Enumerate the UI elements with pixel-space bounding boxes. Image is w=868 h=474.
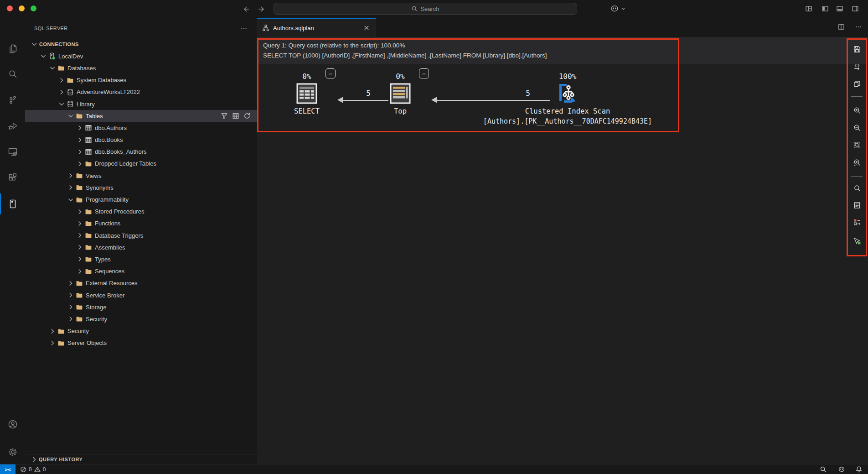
tree-item-system-databases[interactable]: System Databases [25,74,257,86]
tree-item-dbo-books[interactable]: dbo.Books [25,134,257,146]
nav-forward-button[interactable] [257,5,265,13]
account-icon [7,419,18,430]
customize-layout-button[interactable] [805,5,812,12]
notifications-button[interactable] [855,466,863,474]
warnings-count: 0 [43,466,46,473]
tree-item-adventureworkslt2022[interactable]: AdventureWorksLT2022 [25,86,257,98]
tree-item-assemblies[interactable]: Assemblies [25,241,257,253]
new-table-button[interactable] [232,112,239,120]
activity-run-debug-button[interactable] [0,120,25,132]
open-query-button[interactable] [847,61,867,73]
properties-button[interactable] [847,199,867,211]
zoom-window-button[interactable] [31,5,36,11]
tree-item-database-triggers[interactable]: Database Triggers [25,229,257,241]
split-editor-button[interactable] [837,23,845,31]
activity-sql-server-button[interactable] [0,198,25,210]
tree-item-functions[interactable]: Functions [25,218,257,229]
find-node-button[interactable] [847,182,867,194]
highlight-expens-button[interactable] [847,216,867,228]
zoom-out-button[interactable] [847,122,867,134]
tree-item-sequences[interactable]: Sequences [25,266,257,277]
tree-item-localdev[interactable]: LocalDev [25,50,257,62]
problems-status[interactable]: 0 0 [20,464,46,474]
sidebar-title: SQL SERVER [34,26,68,31]
activity-explorer-button[interactable] [0,42,25,55]
tree-item-dropped-ledger-tables[interactable]: Dropped Ledger Tables [25,158,257,170]
tree-item-label: Programmability [86,196,129,203]
tree-item-library[interactable]: Library [25,98,257,110]
tree-item-label: Security [86,316,107,323]
tree-item-dbo-books-authors[interactable]: dbo.Books_Authors [25,146,257,158]
tree-item-service-broker[interactable]: Service Broker [25,289,257,301]
more-icon [855,23,862,31]
tree-item-server-objects[interactable]: Server Objects [25,337,257,349]
save-button[interactable] [847,43,867,55]
open-plan-button[interactable] [847,78,867,90]
section-connections[interactable]: CONNECTIONS [25,38,257,50]
zoom-to-fit-button[interactable] [847,139,867,151]
tree-item-stored-procedures[interactable]: Stored Procedures [25,206,257,218]
filter-button[interactable] [221,112,228,120]
tree-item-types[interactable]: Types [25,253,257,265]
custom-zoom-button[interactable] [847,156,867,168]
chevron-right-icon [49,339,56,347]
zoom-in-button[interactable] [847,104,867,116]
activity-remote-explorer-button[interactable] [0,146,25,158]
chevron-right-icon [76,148,83,156]
tree-item-dbo-authors[interactable]: dbo.Authors [25,122,257,134]
chevron-right-icon [76,136,83,144]
chevron-down-icon [49,64,56,72]
sqlplan-icon [262,24,269,31]
close-window-button[interactable] [7,5,13,11]
query-history-section[interactable]: QUERY HISTORY [25,454,262,464]
toggle-panel-button[interactable] [836,5,843,12]
search-input[interactable]: Search [274,3,577,15]
folder-icon [67,77,74,84]
tree-item-synonyms[interactable]: Synonyms [25,182,257,193]
zoom-to-fit-icon [853,141,861,149]
tree-item-label: Storage [86,304,107,311]
editor-area [257,37,868,464]
more-actions-button[interactable] [240,25,248,32]
table-icon [85,136,92,144]
tree-item-databases[interactable]: Databases [25,62,257,74]
find-node-icon [853,184,861,193]
zoom-in-icon [853,106,861,115]
activity-settings-gear-button[interactable] [0,446,25,458]
folder-icon [85,208,92,215]
tree-item-storage[interactable]: Storage [25,301,257,313]
tree-item-security[interactable]: Security [25,325,257,337]
folder-icon [85,160,92,167]
chevron-right-icon [67,172,74,179]
toggle-secondary-sidebar-button[interactable] [852,5,859,12]
tree-item-programmability[interactable]: Programmability [25,193,257,205]
tab-authors-sqlplan[interactable]: Authors.sqlplan [257,18,376,37]
editor-more-actions-button[interactable] [855,23,862,31]
tree-item-external-resources[interactable]: External Resources [25,277,257,289]
status-zoom-button[interactable] [820,466,827,474]
toggle-tooltip-button[interactable] [847,235,867,247]
tree-item-tables[interactable]: Tables [25,110,257,122]
tree-item-views[interactable]: Views [25,170,257,182]
search-placeholder: Search [420,5,439,12]
activity-extensions-button[interactable] [0,172,25,184]
activity-account-button[interactable] [0,418,25,431]
toggle-primary-sidebar-button[interactable] [822,5,829,12]
status-bar: >< 0 0 [0,464,868,474]
refresh-button[interactable] [243,112,251,120]
tree-item-security[interactable]: Security [25,313,257,325]
tree-item-label: CONNECTIONS [39,42,79,47]
run-debug-icon [7,120,18,131]
copilot-menu-button[interactable] [610,4,626,13]
chevron-right-icon [67,184,74,191]
tree-item-label: Tables [86,113,103,120]
remote-indicator[interactable]: >< [0,464,16,474]
close-tab-button[interactable] [363,24,370,31]
copilot-icon [610,4,619,13]
chevron-down-icon [58,100,65,108]
activity-source-control-button[interactable] [0,94,25,106]
status-copilot-button[interactable] [838,466,845,474]
minimize-window-button[interactable] [19,5,25,11]
activity-search-button[interactable] [0,68,25,80]
nav-back-button[interactable] [243,5,251,13]
